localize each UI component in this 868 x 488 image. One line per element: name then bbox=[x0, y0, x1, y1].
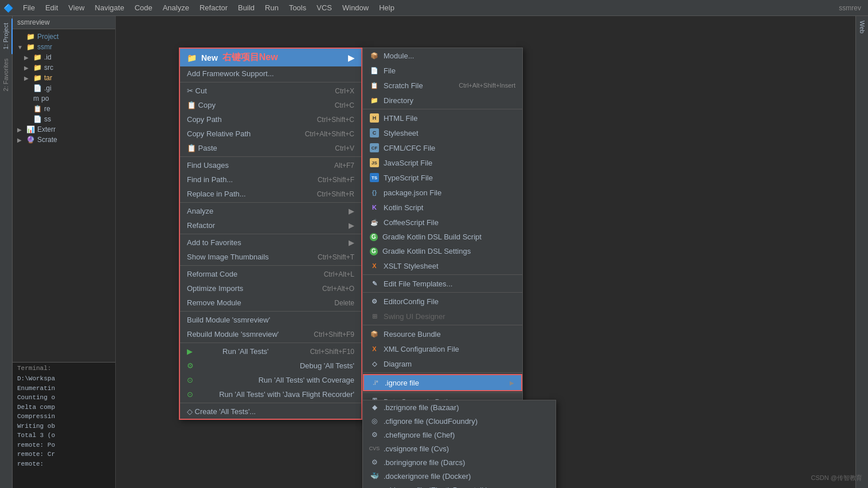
ctx-run-all-tests[interactable]: ▶ Run 'All Tests' Ctrl+Shift+F10 bbox=[180, 344, 361, 359]
submenu-item-xslt[interactable]: X XSLT Stylesheet bbox=[363, 258, 522, 273]
tree-item-project[interactable]: 📁 Project bbox=[13, 32, 115, 42]
ctx-rebuild-module[interactable]: Rebuild Module 'ssmreview' Ctrl+Shift+F9 bbox=[180, 327, 361, 341]
menu-view[interactable]: View bbox=[64, 2, 89, 13]
submenu-item-resource-bundle[interactable]: 📦 Resource Bundle bbox=[363, 326, 522, 341]
tree-label: Exterr bbox=[37, 125, 56, 133]
sub-separator bbox=[363, 109, 522, 109]
ctx-item-label: Reformat Code bbox=[187, 270, 237, 278]
ctx-replace-in-path[interactable]: Replace in Path... Ctrl+Shift+R bbox=[180, 187, 361, 201]
ctx-create-all-tests[interactable]: ◇ Create 'All Tests'... bbox=[180, 404, 361, 419]
context-menu-chinese-label: 右键项目New bbox=[222, 52, 278, 64]
menu-run[interactable]: Run bbox=[260, 2, 283, 13]
submenu-item-directory[interactable]: 📁 Directory bbox=[363, 93, 522, 108]
submenu-item-gradle-settings[interactable]: G Gradle Kotlin DSL Settings bbox=[363, 244, 522, 258]
submenu-item-js[interactable]: JS JavaScript File bbox=[363, 155, 522, 170]
tree-arrow: ▶ bbox=[24, 54, 31, 61]
ctx-add-framework[interactable]: Add Framework Support... bbox=[180, 66, 361, 81]
ctx-copy[interactable]: 📋 Copy Ctrl+C bbox=[180, 98, 361, 112]
menu-file[interactable]: File bbox=[18, 2, 40, 13]
submenu-item-coffeescript[interactable]: ☕ CoffeeScript File bbox=[363, 215, 522, 230]
submenu-item-ignore-file[interactable]: .i* .ignore file ▶ bbox=[363, 374, 522, 391]
ignore-item-cf[interactable]: ◎ .cfignore file (CloudFoundry) bbox=[363, 414, 556, 428]
tree-item-gi[interactable]: 📄 .gi bbox=[13, 83, 115, 93]
ctx-item-label: Build Module 'ssmreview' bbox=[187, 316, 270, 324]
submenu-item-label: Gradle Kotlin DSL Settings bbox=[382, 247, 515, 255]
submenu-item-edit-templates[interactable]: ✎ Edit File Templates... bbox=[363, 276, 522, 291]
ctx-optimize-imports[interactable]: Optimize Imports Ctrl+Alt+O bbox=[180, 281, 361, 296]
tree-label: .gi bbox=[44, 84, 52, 92]
submenu-item-xml-config[interactable]: X XML Configuration File bbox=[363, 341, 522, 356]
tree-item-tar[interactable]: ▶ 📁 tar bbox=[13, 73, 115, 83]
context-menu-new-label: New bbox=[201, 53, 218, 62]
tree-item-re[interactable]: 📋 re bbox=[13, 104, 115, 114]
submenu-item-label: Scratch File bbox=[384, 81, 454, 90]
ignore-item-elastic[interactable]: ♪ .ebignore file (ElasticBeanstalk) bbox=[363, 483, 556, 488]
ctx-separator bbox=[180, 156, 361, 157]
submenu-item-stylesheet[interactable]: C Stylesheet bbox=[363, 125, 522, 140]
ctx-build-module[interactable]: Build Module 'ssmreview' bbox=[180, 313, 361, 327]
ignore-item-darcs[interactable]: ⚙ .boringignore file (Darcs) bbox=[363, 455, 556, 469]
tree-item-ssmr[interactable]: ▼ 📁 ssmr bbox=[13, 42, 115, 52]
ctx-copy-path[interactable]: Copy Path Ctrl+Shift+C bbox=[180, 112, 361, 127]
ignore-item-cvs[interactable]: CVS .cvsignore file (Cvs) bbox=[363, 442, 556, 455]
tree-item-ss[interactable]: 📄 ss bbox=[13, 114, 115, 124]
submenu-item-editorconfig[interactable]: ⚙ EditorConfig File bbox=[363, 294, 522, 309]
menu-navigate[interactable]: Navigate bbox=[90, 2, 128, 13]
app-logo: 🔷 bbox=[2, 2, 14, 14]
ctx-find-usages[interactable]: Find Usages Alt+F7 bbox=[180, 158, 361, 172]
context-menu-header[interactable]: 📁 New 右键项目New ▶ bbox=[180, 49, 361, 66]
menu-tools[interactable]: Tools bbox=[284, 2, 311, 13]
ignore-item-label: .boringignore file (Darcs) bbox=[384, 458, 549, 467]
sidebar-item-favorites[interactable]: 2: Favorites bbox=[0, 54, 13, 96]
submenu-item-scratch[interactable]: 📋 Scratch File Ctrl+Alt+Shift+Insert bbox=[363, 78, 522, 93]
submenu-item-label: CoffeeScript File bbox=[384, 218, 515, 227]
submenu-item-diagram[interactable]: ◇ Diagram bbox=[363, 356, 522, 371]
submenu-arrow-icon: ▶ bbox=[349, 221, 354, 230]
sidebar-item-project[interactable]: 1: Project bbox=[0, 18, 13, 54]
tree-item-po[interactable]: m po bbox=[13, 93, 115, 104]
ctx-run-with-coverage[interactable]: ⊙ Run 'All Tests' with Coverage bbox=[180, 373, 361, 387]
ctx-add-favorites[interactable]: Add to Favorites ▶ bbox=[180, 235, 361, 250]
ctx-show-thumbnails[interactable]: Show Image Thumbnails Ctrl+Shift+T bbox=[180, 250, 361, 264]
menu-refactor[interactable]: Refactor bbox=[195, 2, 232, 13]
tree-item-scratch[interactable]: ▶ 🔮 Scrate bbox=[13, 135, 115, 145]
menu-edit[interactable]: Edit bbox=[41, 2, 62, 13]
submenu-item-label: XML Configuration File bbox=[384, 345, 515, 353]
menu-vcs[interactable]: VCS bbox=[312, 2, 337, 13]
ctx-item-label: Show Image Thumbnails bbox=[187, 253, 269, 261]
ctx-copy-relative-path[interactable]: Copy Relative Path Ctrl+Alt+Shift+C bbox=[180, 127, 361, 141]
ignore-item-bzr[interactable]: ◆ .bzrignore file (Bazaar) bbox=[363, 400, 556, 414]
submenu-item-package-json[interactable]: {} package.json File bbox=[363, 185, 522, 200]
tree-item-extern[interactable]: ▶ 📊 Exterr bbox=[13, 124, 115, 135]
submenu-item-file[interactable]: 📄 File bbox=[363, 63, 522, 78]
menu-window[interactable]: Window bbox=[338, 2, 373, 13]
tree-item-id[interactable]: ▶ 📁 .id bbox=[13, 52, 115, 62]
submenu-item-module[interactable]: 📦 Module... bbox=[363, 48, 522, 63]
file-icon: 📄 bbox=[33, 115, 42, 123]
ignore-item-docker[interactable]: 🐳 .dockerignore file (Docker) bbox=[363, 469, 556, 483]
menu-analyze[interactable]: Analyze bbox=[158, 2, 194, 13]
submenu-item-html[interactable]: H HTML File bbox=[363, 111, 522, 125]
ctx-analyze[interactable]: Analyze ▶ bbox=[180, 204, 361, 218]
ctx-reformat[interactable]: Reformat Code Ctrl+Alt+L bbox=[180, 267, 361, 281]
menu-code[interactable]: Code bbox=[130, 2, 157, 13]
ctx-remove-module[interactable]: Remove Module Delete bbox=[180, 296, 361, 310]
ctx-cut[interactable]: ✂ Cut Ctrl+X bbox=[180, 84, 361, 98]
ctx-debug-all-tests[interactable]: ⚙ Debug 'All Tests' bbox=[180, 359, 361, 373]
menu-build[interactable]: Build bbox=[233, 2, 259, 13]
submenu-item-kotlin[interactable]: K Kotlin Script bbox=[363, 200, 522, 215]
ignore-item-label: .chefignore file (Chef) bbox=[384, 431, 549, 439]
menu-help[interactable]: Help bbox=[374, 2, 399, 13]
ctx-find-in-path[interactable]: Find in Path... Ctrl+Shift+F bbox=[180, 172, 361, 187]
ctx-paste[interactable]: 📋 Paste Ctrl+V bbox=[180, 141, 361, 155]
submenu-item-ts[interactable]: TS TypeScript File bbox=[363, 170, 522, 185]
ctx-run-with-recorder[interactable]: ⊙ Run 'All Tests' with 'Java Flight Reco… bbox=[180, 387, 361, 402]
submenu-item-cfml[interactable]: CF CFML/CFC File bbox=[363, 140, 522, 155]
right-tab-web[interactable]: Web bbox=[857, 16, 868, 38]
tree-item-src[interactable]: ▶ 📁 src bbox=[13, 62, 115, 73]
ctx-refactor[interactable]: Refactor ▶ bbox=[180, 218, 361, 233]
xml-icon: X bbox=[370, 344, 379, 353]
submenu-item-gradle-build[interactable]: G Gradle Kotlin DSL Build Script bbox=[363, 230, 522, 244]
ignore-item-chef[interactable]: ⚙ .chefignore file (Chef) bbox=[363, 428, 556, 442]
ctx-item-shortcut: Ctrl+Shift+T bbox=[318, 253, 354, 261]
